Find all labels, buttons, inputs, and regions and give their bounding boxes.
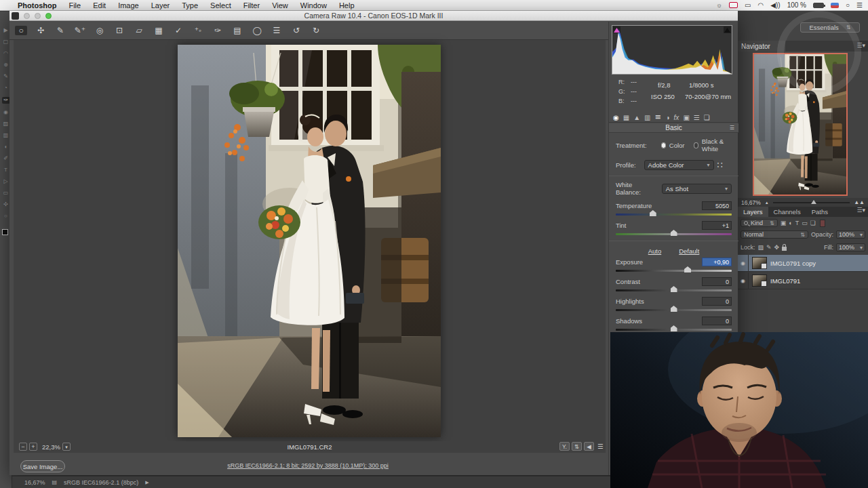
notification-center-icon[interactable]: ☰ <box>856 1 863 9</box>
camera-calibration-tab-icon[interactable]: ▣ <box>683 114 689 121</box>
shadows-slider[interactable] <box>616 329 732 331</box>
profile-browser-icon[interactable]: ∷ <box>717 160 723 170</box>
type-tool-icon[interactable]: T <box>2 167 10 173</box>
detail-tab-icon[interactable]: ▲ <box>633 114 640 121</box>
spotlight-icon[interactable]: ○ <box>846 1 850 9</box>
auto-link[interactable]: Auto <box>648 247 662 255</box>
wifi-icon[interactable]: ◠ <box>758 1 764 9</box>
layer-row-imgl0791-copy[interactable]: ◉ IMGL0791 copy <box>738 255 868 272</box>
contrast-value[interactable]: 0 <box>702 277 732 286</box>
tab-channels[interactable]: Channels <box>768 207 806 217</box>
filter-shape-layers-icon[interactable]: ▭ <box>802 220 808 226</box>
lock-paint-icon[interactable]: ✎ <box>766 244 772 251</box>
foreground-background-swatch[interactable] <box>2 229 10 237</box>
hand-tool-icon[interactable]: ✣ <box>2 202 10 207</box>
panel-menu-icon[interactable]: ☰▾ <box>856 207 865 217</box>
slider-thumb[interactable] <box>684 266 691 272</box>
slider-thumb[interactable] <box>650 210 656 216</box>
dodge-tool-icon[interactable]: ◖ <box>2 144 10 150</box>
visibility-eye-icon[interactable]: ◉ <box>738 255 749 272</box>
panel-menu-icon[interactable]: ☰ <box>730 123 734 133</box>
exposure-slider[interactable] <box>616 270 732 272</box>
copy-settings-icon[interactable]: ◀ <box>584 442 594 451</box>
white-balance-dropdown[interactable]: As Shot ▾ <box>662 184 732 194</box>
treatment-bw-radio[interactable] <box>694 142 698 148</box>
layer-filter-kind-dropdown[interactable]: Kind ⇅ <box>741 219 778 227</box>
menu-select[interactable]: Select <box>210 1 231 9</box>
effects-tab-icon[interactable]: fx <box>674 114 679 121</box>
hsl-tab-icon[interactable]: ▥ <box>644 114 650 121</box>
slider-thumb[interactable] <box>671 286 677 292</box>
filter-toggle[interactable] <box>820 220 825 227</box>
blend-mode-dropdown[interactable]: Normal ⇅ <box>741 230 808 239</box>
brush-tool-icon[interactable]: ✑ <box>2 97 10 104</box>
menu-layer[interactable]: Layer <box>151 1 170 9</box>
navigator-zoom-value[interactable]: 16,67% <box>741 199 761 206</box>
adjustment-brush-icon[interactable]: ✑ <box>212 26 224 35</box>
temperature-value[interactable]: 5050 <box>702 201 732 210</box>
display-icon[interactable]: ▭ <box>745 1 751 9</box>
zoom-tool-icon[interactable]: ○ <box>2 214 10 219</box>
layer-thumbnail[interactable] <box>752 274 767 287</box>
menu-edit[interactable]: Edit <box>93 1 106 9</box>
document-zoom-value[interactable]: 16,67% <box>24 479 45 486</box>
exposure-value[interactable]: +0,90 <box>702 258 732 266</box>
workflow-options-link[interactable]: sRGB IEC61966-2.1; 8 bit; 2592 by 3888 (… <box>9 462 606 469</box>
eraser-tool-icon[interactable]: ▨ <box>2 121 10 127</box>
preferences-icon[interactable]: ☰ <box>271 26 283 35</box>
crop-tool-icon[interactable]: ⊕ <box>2 62 10 68</box>
zoom-in-mountain-icon[interactable]: ▲▲ <box>854 199 865 205</box>
shadows-value[interactable]: 0 <box>702 317 732 325</box>
marquee-tool-icon[interactable]: ▢ <box>2 39 10 45</box>
white-balance-eyedropper-icon[interactable]: ✎ <box>54 26 66 35</box>
visibility-eye-icon[interactable]: ◉ <box>738 272 749 289</box>
move-tool-icon[interactable]: ▶ <box>2 28 10 33</box>
navigator-thumbnail[interactable] <box>753 53 848 196</box>
menu-file[interactable]: File <box>68 1 81 9</box>
screenrecord-icon[interactable] <box>729 2 738 8</box>
filter-type-layers-icon[interactable]: T <box>795 220 800 226</box>
shadow-clipping-icon[interactable] <box>613 26 620 33</box>
filter-pixel-layers-icon[interactable]: ▣ <box>781 220 787 226</box>
tint-value[interactable]: +1 <box>702 221 732 230</box>
treatment-color-radio[interactable] <box>661 142 666 148</box>
color-sampler-icon[interactable]: ✎⁺ <box>74 26 86 35</box>
healing-tool-icon[interactable]: ◔ <box>2 85 10 91</box>
slider-thumb[interactable] <box>671 230 677 236</box>
zoom-out-mountain-icon[interactable]: ▲ <box>765 201 769 205</box>
lasso-tool-icon[interactable]: ◠ <box>2 51 10 56</box>
rotate-right-icon[interactable]: ↻ <box>310 26 322 35</box>
menu-help[interactable]: Help <box>339 1 355 9</box>
image-preview-area[interactable] <box>14 40 606 441</box>
gradient-tool-icon[interactable]: ▥ <box>2 133 10 138</box>
volume-icon[interactable]: ◀)) <box>770 1 780 9</box>
tab-paths[interactable]: Paths <box>806 207 833 217</box>
basic-tab-icon[interactable]: ◉ <box>613 114 619 121</box>
menu-window[interactable]: Window <box>300 1 327 9</box>
targeted-adjustment-icon[interactable]: ◎ <box>94 26 106 35</box>
highlights-value[interactable]: 0 <box>702 297 732 306</box>
profile-dropdown[interactable]: Adobe Color ▾ <box>644 160 714 170</box>
zoom-tool-icon[interactable]: ○ <box>15 26 27 35</box>
shape-tool-icon[interactable]: ▭ <box>2 190 10 196</box>
before-after-toggle[interactable]: Y. <box>559 442 570 451</box>
temperature-slider[interactable] <box>616 214 732 216</box>
navigator-zoom-thumb[interactable] <box>811 200 816 204</box>
panel-menu-icon[interactable]: ☰▾ <box>856 42 865 49</box>
spot-removal-icon[interactable]: ✓ <box>172 26 184 35</box>
highlight-clipping-icon[interactable] <box>724 26 731 33</box>
menu-photoshop[interactable]: Photoshop <box>18 1 56 9</box>
stamp-tool-icon[interactable]: ◉ <box>2 110 10 115</box>
lock-transparency-icon[interactable]: ▨ <box>758 244 764 251</box>
snapshots-tab-icon[interactable]: ❏ <box>704 114 710 121</box>
tab-navigator[interactable]: Navigator <box>738 41 785 52</box>
opacity-field[interactable]: 100% ▾ <box>836 230 865 239</box>
tab-layers[interactable]: Layers <box>738 207 768 217</box>
preview-settings-icon[interactable]: ☰ <box>597 443 604 450</box>
preview-photo[interactable] <box>178 45 441 437</box>
tint-slider[interactable] <box>616 233 732 235</box>
graduated-filter-icon[interactable]: ▤ <box>231 26 243 35</box>
menu-type[interactable]: Type <box>182 1 198 9</box>
rotate-left-icon[interactable]: ↺ <box>290 26 302 35</box>
navigator-zoom-slider[interactable] <box>773 202 850 203</box>
